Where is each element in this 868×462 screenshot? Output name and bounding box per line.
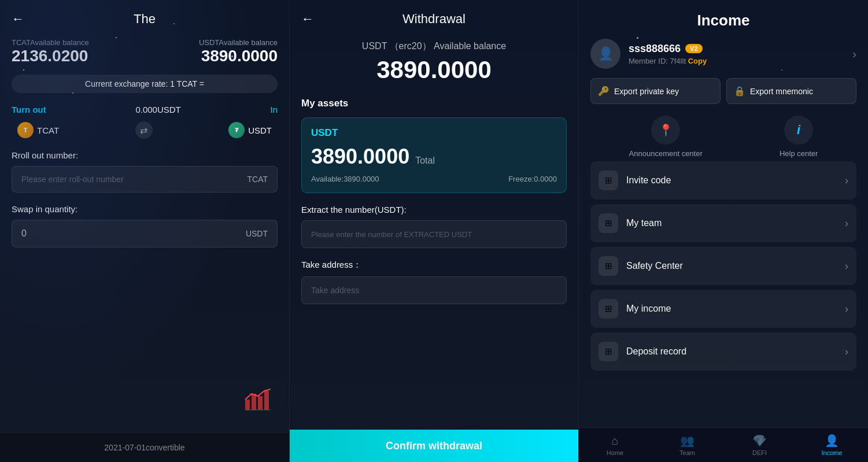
export-mnemonic-label: Export mnemonic xyxy=(750,87,813,96)
member-id-row: Member ID: 7f4llt Copy xyxy=(629,57,707,65)
help-label: Help center xyxy=(780,149,818,158)
deposit-record-item[interactable]: ⊞ Deposit record › xyxy=(590,332,856,371)
chart-icon xyxy=(244,388,272,416)
extract-input[interactable]: Please enter the number of EXTRACTED USD… xyxy=(301,220,567,248)
safety-center-item[interactable]: ⊞ Safety Center › xyxy=(590,247,856,285)
token-to-label: USDT xyxy=(248,125,272,135)
nav-home-label: Home xyxy=(607,449,623,456)
roll-out-label: Rroll out number: xyxy=(12,150,278,160)
in-label: In xyxy=(270,105,278,114)
safety-center-label: Safety Center xyxy=(626,261,845,271)
withdrawal-avail-label: USDT （erc20） Available balance xyxy=(301,40,567,53)
usdt-balance: USDTAvailable balance 3890.0000 xyxy=(199,38,278,65)
panel1-header: ← The xyxy=(12,12,278,27)
copy-button[interactable]: Copy xyxy=(688,57,707,65)
exchange-rate-box: Current exchange rate: 1 TCAT = xyxy=(12,75,278,93)
help-icon: i xyxy=(784,116,813,145)
swap-arrows-icon[interactable]: ⇄ xyxy=(135,121,153,139)
swap-in-label: Swap in quantity: xyxy=(12,204,278,214)
invite-code-icon: ⊞ xyxy=(599,171,618,190)
panel2-back-button[interactable]: ← xyxy=(301,12,314,27)
panel2-header: ← Withdrawal xyxy=(301,12,567,27)
announcement-center-item[interactable]: 📍 Announcement center xyxy=(629,116,703,158)
svg-rect-2 xyxy=(258,396,263,410)
panel1-balances: TCATAvailable balance 2136.0200 USDTAvai… xyxy=(12,38,278,65)
lock-icon: 🔒 xyxy=(734,86,745,97)
tcat-balance: TCATAvailable balance 2136.0200 xyxy=(12,38,89,65)
asset-details: Available:3890.0000 Freeze:0.0000 xyxy=(311,175,557,183)
exchange-rate-text: Current exchange rate: 1 TCAT = xyxy=(85,79,204,88)
turn-out-label: Turn out xyxy=(12,105,46,114)
my-income-chevron-icon: › xyxy=(845,303,848,315)
nav-income[interactable]: 👤 Income xyxy=(796,428,868,462)
turn-out-value: 0.000USDT xyxy=(135,105,180,114)
asset-total-row: 3890.0000 Total xyxy=(311,145,557,169)
panel-income: Income 👤 sss888666 V2 Member ID: 7f4llt … xyxy=(579,0,868,462)
profile-chevron-icon[interactable]: › xyxy=(852,47,856,61)
roll-out-placeholder: Please enter roll-out number xyxy=(21,175,247,184)
home-icon: ⌂ xyxy=(611,434,618,448)
asset-freeze: Freeze:0.0000 xyxy=(508,175,557,183)
nav-home[interactable]: ⌂ Home xyxy=(579,428,651,462)
my-team-item[interactable]: ⊞ My team › xyxy=(590,204,856,242)
footer-text: 2021-07-01convertible xyxy=(104,443,184,452)
my-team-icon: ⊞ xyxy=(599,213,618,233)
profile-row: 👤 sss888666 V2 Member ID: 7f4llt Copy › xyxy=(579,39,868,78)
panel1-back-button[interactable]: ← xyxy=(12,12,24,27)
export-mnemonic-button[interactable]: 🔒 Export mnemonic xyxy=(726,78,856,104)
my-income-icon: ⊞ xyxy=(599,299,618,319)
address-placeholder: Take address xyxy=(311,286,359,295)
asset-name: USDT xyxy=(311,127,557,139)
announcement-icon: 📍 xyxy=(651,116,680,145)
token-from: T TCAT xyxy=(17,122,59,138)
my-team-label: My team xyxy=(626,218,845,228)
extract-placeholder: Please enter the number of EXTRACTED USD… xyxy=(311,230,472,239)
extract-label: Extract the number(USDT): xyxy=(301,205,567,215)
nav-team-label: Team xyxy=(679,449,695,456)
my-assets-title: My assets xyxy=(301,98,567,109)
token-to: ₮ USDT xyxy=(228,122,272,138)
address-input[interactable]: Take address xyxy=(301,276,567,304)
asset-total-label: Total xyxy=(415,156,435,166)
nav-defi[interactable]: 💎 DEFI xyxy=(723,428,796,462)
invite-code-item[interactable]: ⊞ Invite code › xyxy=(590,161,856,199)
nav-income-label: Income xyxy=(821,449,842,456)
export-private-key-label: Export private key xyxy=(614,87,679,96)
usdt-asset-card: USDT 3890.0000 Total Available:3890.0000… xyxy=(301,117,567,193)
username: sss888666 xyxy=(629,43,681,55)
panel1-footer: 2021-07-01convertible xyxy=(0,433,289,462)
panel-exchange: ← The TCATAvailable balance 2136.0200 US… xyxy=(0,0,289,462)
profile-info: sss888666 V2 Member ID: 7f4llt Copy xyxy=(629,43,707,65)
confirm-withdrawal-button[interactable]: Confirm withdrawal xyxy=(290,430,578,462)
avatar: 👤 xyxy=(590,39,620,69)
income-icon: 👤 xyxy=(825,434,839,448)
swap-direction-row: Turn out 0.000USDT In xyxy=(12,105,278,114)
asset-available: Available:3890.0000 xyxy=(311,175,379,183)
nav-defi-label: DEFI xyxy=(752,449,767,456)
invite-code-label: Invite code xyxy=(626,175,845,186)
help-center-item[interactable]: i Help center xyxy=(780,116,818,158)
export-private-key-button[interactable]: 🔑 Export private key xyxy=(590,78,721,104)
member-id-value: 7f4llt xyxy=(670,57,686,65)
swap-in-unit: USDT xyxy=(246,229,268,238)
deposit-record-chevron-icon: › xyxy=(845,346,848,358)
member-id-label: Member ID: xyxy=(629,57,668,65)
svg-rect-0 xyxy=(245,400,250,410)
svg-rect-1 xyxy=(252,394,256,410)
invite-code-chevron-icon: › xyxy=(845,175,848,187)
panel2-title: Withdrawal xyxy=(402,12,466,27)
defi-icon: 💎 xyxy=(752,434,767,448)
tcat-balance-value: 2136.0200 xyxy=(12,47,89,65)
nav-team[interactable]: 👥 Team xyxy=(651,428,723,462)
my-income-label: My income xyxy=(626,304,845,314)
center-icons-row: 📍 Announcement center i Help center xyxy=(579,116,868,161)
deposit-record-label: Deposit record xyxy=(626,346,845,357)
tokens-row: T TCAT ⇄ ₮ USDT xyxy=(12,121,278,139)
bottom-nav: ⌂ Home 👥 Team 💎 DEFI 👤 Income xyxy=(579,427,868,462)
roll-out-input[interactable]: Please enter roll-out number TCAT xyxy=(12,166,278,193)
my-income-item[interactable]: ⊞ My income › xyxy=(590,290,856,328)
safety-center-icon: ⊞ xyxy=(599,256,618,276)
swap-in-value: 0 xyxy=(21,228,27,239)
key-buttons-row: 🔑 Export private key 🔒 Export mnemonic xyxy=(579,78,868,116)
usdt-icon: ₮ xyxy=(228,122,245,138)
